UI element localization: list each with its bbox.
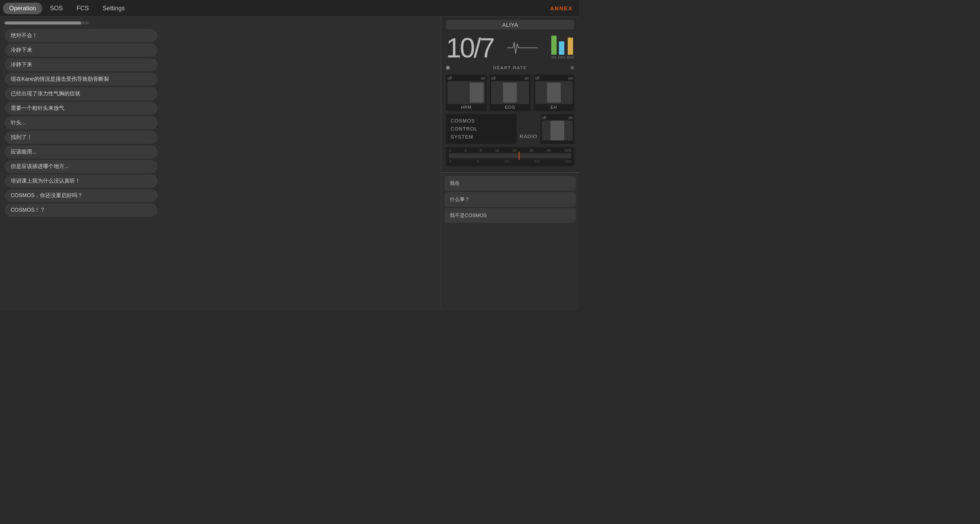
aliya-header: ALIYA	[446, 20, 574, 29]
eh-right-off: off	[542, 116, 546, 120]
cosmos-box: COSMOS CONTROL SYSTEM	[446, 114, 517, 144]
chat-bubble[interactable]: 冷静下来	[5, 44, 158, 57]
eh-switch[interactable]	[535, 81, 573, 104]
cosmos-line1: COSMOS	[451, 117, 512, 125]
freq-needle[interactable]	[519, 152, 519, 160]
dot-left	[446, 66, 450, 70]
hrm-name: HRM	[461, 105, 472, 109]
freq-bar: 2 4 8 12 18 26 40 GHz ||| |||| |||||| ||…	[446, 147, 574, 166]
cosmos-line3: SYSTEM	[451, 133, 512, 141]
bar-o2-label: O2	[552, 56, 556, 59]
chat-panel: 绝对不会！冷静下来冷静下来现在Kane的情况是撞击受伤导致肋骨断裂已经出现了张力…	[0, 17, 441, 311]
eh-right-on: on	[568, 116, 573, 120]
chat-bubble[interactable]: 培训课上我为什么没认真听！	[5, 175, 158, 188]
chat-bubble[interactable]: 找到了！	[5, 131, 158, 144]
hrm-off-label: off	[448, 76, 452, 80]
scrollbar-track[interactable]	[5, 21, 89, 24]
eh-toggle-right[interactable]: off on	[541, 114, 574, 144]
hrm-switch[interactable]	[448, 81, 485, 104]
bars-container: O2 H2O ENG	[551, 36, 574, 59]
eh-right-labels: off on	[542, 116, 573, 120]
aliya-section: ALIYA 10/7 O2 H2O	[441, 17, 579, 173]
tab-settings[interactable]: Settings	[96, 3, 131, 14]
chat-bubble[interactable]: 应该能用...	[5, 145, 158, 158]
freq-unit: GHz	[564, 149, 571, 152]
chat-bubble[interactable]: 针头...	[5, 116, 158, 129]
heart-rate-label: HEART RATE	[493, 65, 527, 70]
freq-26: 26	[530, 149, 534, 152]
eh-off-label: off	[535, 76, 539, 80]
eh-right-knob	[550, 121, 564, 140]
hrm-labels: off on	[448, 76, 485, 80]
hrm-knob	[470, 83, 483, 103]
response-button-1[interactable]: 什么事？	[444, 192, 576, 207]
freq-2: 2	[449, 149, 451, 152]
chat-bubble[interactable]: 但是应该插进哪个地方...	[5, 160, 158, 173]
chat-bubble[interactable]: 需要一个粗针头来放气	[5, 102, 158, 115]
bar-eng-label: ENG	[567, 56, 574, 59]
tab-fcs[interactable]: FCS	[70, 3, 95, 14]
freq-40: 40	[547, 149, 551, 152]
bar-h2o	[559, 41, 564, 55]
bar-o2	[551, 36, 557, 55]
eog-off-label: off	[491, 76, 495, 80]
toggle-eog[interactable]: off on EOG	[490, 75, 530, 111]
bar-h2o-label: H2O	[558, 56, 565, 59]
heart-rate-display: 10/7 O2 H2O ENG	[446, 33, 574, 63]
dot-right	[570, 66, 574, 70]
radio-label: RADIO	[520, 134, 537, 142]
hrm-on-label: on	[481, 76, 485, 80]
bar-eng	[568, 38, 573, 55]
freq-8: 8	[480, 149, 482, 152]
eog-knob	[503, 83, 517, 103]
ecg-icon	[507, 40, 538, 56]
freq-track[interactable]	[449, 153, 571, 158]
cosmos-row: COSMOS CONTROL SYSTEM RADIO off on	[446, 114, 574, 144]
eh-knob	[547, 83, 561, 103]
scrollbar-thumb	[5, 21, 81, 24]
freq-bottom: ||| |||| |||||| ||||||| ||||||||	[449, 159, 571, 163]
eh-labels: off on	[535, 76, 573, 80]
chat-bubble[interactable]: 现在Kane的情况是撞击受伤导致肋骨断裂	[5, 73, 158, 86]
app-logo: ANNEX	[550, 5, 573, 11]
eh-on-label: on	[568, 76, 573, 80]
tab-sos[interactable]: SOS	[44, 3, 69, 14]
response-button-2[interactable]: 我不是COSMOS	[444, 208, 576, 223]
eh-right-switch[interactable]	[542, 121, 573, 140]
eog-on-label: on	[525, 76, 529, 80]
cosmos-line2: CONTROL	[451, 125, 512, 133]
eog-labels: off on	[491, 76, 529, 80]
eog-switch[interactable]	[491, 81, 529, 104]
chat-bubble[interactable]: 冷静下来	[5, 58, 158, 71]
main-layout: 绝对不会！冷静下来冷静下来现在Kane的情况是撞击受伤导致肋骨断裂已经出现了张力…	[0, 17, 579, 311]
freq-4: 4	[464, 149, 466, 152]
tab-operation[interactable]: Operation	[3, 3, 42, 14]
chat-bubble[interactable]: COSMOS，你还没重启好吗？	[5, 189, 158, 202]
toggles-row: off on HRM off on	[446, 75, 574, 111]
eog-name: EOG	[505, 105, 515, 109]
chat-bubble[interactable]: 已经出现了张力性气胸的症状	[5, 87, 158, 100]
freq-18: 18	[513, 149, 516, 152]
right-panel: ALIYA 10/7 O2 H2O	[441, 17, 579, 311]
response-button-0[interactable]: 我在	[444, 176, 576, 191]
freq-scale: 2 4 8 12 18 26 40 GHz	[449, 149, 571, 152]
toggle-hrm[interactable]: off on HRM	[446, 75, 487, 111]
toggle-eh[interactable]: off on EH	[534, 75, 574, 111]
response-panel: 我在什么事？我不是COSMOS	[441, 173, 579, 311]
eh-name: EH	[550, 105, 557, 109]
heart-rate-number: 10/7	[446, 34, 493, 62]
chat-bubble[interactable]: 绝对不会！	[5, 29, 158, 42]
dot-row: HEART RATE	[446, 64, 574, 72]
freq-12: 12	[495, 149, 499, 152]
top-nav: Operation SOS FCS Settings ANNEX	[0, 0, 579, 17]
chat-bubble[interactable]: COSMOS！？	[5, 204, 158, 217]
